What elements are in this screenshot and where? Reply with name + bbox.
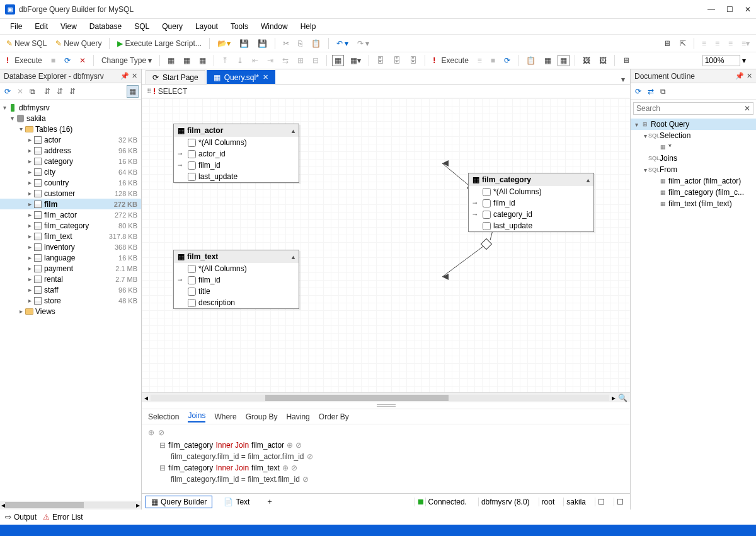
export-icon[interactable]: ⇱: [677, 38, 689, 49]
pin-icon[interactable]: 📌: [735, 72, 744, 80]
tree-item[interactable]: ▸inventory368 KB: [0, 242, 141, 252]
remove-icon[interactable]: ⊘: [302, 475, 309, 484]
execute-button-2[interactable]: ! Execute: [430, 55, 471, 66]
filter1-icon[interactable]: ⇵: [42, 86, 52, 97]
outline-search[interactable]: ✕: [633, 102, 753, 115]
tb2-image2-icon[interactable]: 🖼: [597, 55, 609, 66]
sync-outline-icon[interactable]: ⇄: [646, 86, 656, 97]
refresh-outline-icon[interactable]: ⟳: [633, 86, 643, 97]
status-box-1[interactable]: ☐: [595, 498, 607, 506]
splitter[interactable]: [142, 402, 630, 409]
tb2-icon-9[interactable]: ⊞: [295, 55, 306, 66]
align-dropdown-icon[interactable]: ≡▾: [739, 38, 752, 49]
menu-layout[interactable]: Layout: [190, 21, 223, 32]
entity-column[interactable]: *(All Columns): [174, 263, 299, 274]
collapse-icon[interactable]: ▴: [292, 253, 295, 260]
column-checkbox[interactable]: [483, 211, 491, 219]
column-checkbox[interactable]: [188, 299, 196, 307]
join-condition-2[interactable]: film_category.film_id = film_text.film_i…: [148, 474, 624, 485]
menu-file[interactable]: File: [5, 21, 27, 32]
monitor-icon[interactable]: 🖥: [661, 38, 673, 49]
menu-help[interactable]: Help: [295, 21, 321, 32]
open-dropdown-button[interactable]: 📂▾: [215, 38, 233, 49]
cancel-button[interactable]: ✕: [77, 55, 88, 66]
outline-item[interactable]: SQLJoins: [631, 153, 756, 164]
tab-menu-dropdown[interactable]: ▾: [621, 75, 625, 84]
tb2-db-2[interactable]: 🗄: [391, 55, 403, 66]
column-checkbox[interactable]: [483, 199, 491, 207]
tree-item[interactable]: ▸film_actor272 KB: [0, 209, 141, 220]
tb2-icon-5[interactable]: ⤓: [234, 55, 246, 66]
tree-item[interactable]: ▸store48 KB: [0, 295, 141, 306]
toggle-view-icon[interactable]: ▦: [127, 85, 139, 98]
menu-window[interactable]: Window: [256, 21, 293, 32]
entity-column[interactable]: ⊸actor_id: [174, 148, 299, 160]
pin-icon[interactable]: 📌: [120, 72, 129, 80]
clear-search-icon[interactable]: ✕: [742, 104, 753, 113]
tree-item[interactable]: ▸city64 KB: [0, 166, 141, 177]
new-window-icon[interactable]: ⧉: [28, 86, 37, 97]
change-type-dropdown[interactable]: Change Type ▾: [99, 55, 154, 66]
add-join-icon[interactable]: ⊕: [148, 428, 154, 437]
close-button[interactable]: ✕: [745, 5, 751, 14]
entity-column[interactable]: ⊸film_id: [469, 197, 593, 209]
filter3-icon[interactable]: ⇵: [67, 86, 77, 97]
column-checkbox[interactable]: [188, 161, 196, 170]
join-condition-1[interactable]: film_category.film_id = film_actor.film_…: [148, 451, 624, 462]
zoom-control[interactable]: ▾: [702, 55, 746, 66]
execute-large-script-button[interactable]: ▶Execute Large Script...: [115, 38, 203, 49]
refresh-tree-icon[interactable]: ⟳: [3, 86, 13, 97]
qtab-having[interactable]: Having: [286, 412, 309, 421]
save-button[interactable]: 💾: [237, 38, 251, 49]
tb2-refresh-2[interactable]: ⟳: [501, 55, 513, 66]
tb2-grid-icon[interactable]: ▦: [332, 55, 344, 66]
tree-item[interactable]: ▸staff96 KB: [0, 284, 141, 295]
save-all-button[interactable]: 💾: [255, 38, 270, 49]
zoom-icon[interactable]: 🔍: [618, 393, 627, 402]
tree-item[interactable]: ▸film_category80 KB: [0, 220, 141, 231]
collapse-icon[interactable]: ▴: [587, 177, 590, 184]
menu-sql[interactable]: SQL: [129, 21, 154, 32]
column-checkbox[interactable]: [188, 139, 196, 147]
align-left-icon[interactable]: ≡: [699, 38, 709, 49]
tree-item[interactable]: ▸actor32 KB: [0, 134, 141, 145]
entity-column[interactable]: title: [174, 286, 299, 297]
entity-film-text[interactable]: ▦film_text▴ *(All Columns)⊸film_idtitled…: [173, 250, 299, 309]
outline-item[interactable]: ▾⊞Root Query: [631, 119, 756, 130]
tree-item[interactable]: ▸payment2.1 MB: [0, 263, 141, 274]
column-checkbox[interactable]: [188, 288, 196, 296]
close-tab-icon[interactable]: ✕: [263, 73, 268, 81]
tb2-icon-10[interactable]: ⊟: [310, 55, 321, 66]
outline-item[interactable]: ▦*: [631, 141, 756, 153]
tree-item[interactable]: ▾Tables (16): [0, 124, 141, 134]
tree-item[interactable]: ▸rental2.7 MB: [0, 274, 141, 284]
entity-column[interactable]: last_update: [469, 220, 593, 231]
tb2-image-icon[interactable]: 🖼: [580, 55, 593, 66]
qtab-groupby[interactable]: Group By: [246, 412, 278, 421]
tb2-icon-3[interactable]: ▦: [197, 55, 209, 66]
remove-icon[interactable]: ⊘: [307, 452, 313, 461]
mode-query-builder[interactable]: ▦ Query Builder: [146, 496, 212, 508]
menu-database[interactable]: Database: [84, 21, 127, 32]
entity-column[interactable]: ⊸film_id: [174, 160, 299, 171]
tb2-grid2-icon[interactable]: ▦: [542, 55, 554, 66]
qtab-selection[interactable]: Selection: [148, 412, 179, 421]
footer-error-list[interactable]: ⚠ Error List: [43, 513, 83, 521]
tree-item[interactable]: ▸address96 KB: [0, 145, 141, 156]
remove-join-icon[interactable]: ⊘: [158, 428, 164, 437]
column-checkbox[interactable]: [188, 276, 196, 284]
tree-item[interactable]: ▸Views: [0, 306, 141, 317]
join-row-1[interactable]: ⊟ film_category Inner Join film_actor ⊕ …: [148, 440, 624, 451]
tb2-icon-11[interactable]: ≡: [475, 55, 484, 66]
remove-icon[interactable]: ⊘: [295, 441, 302, 450]
menu-query[interactable]: Query: [157, 21, 188, 32]
menu-edit[interactable]: Edit: [30, 21, 53, 32]
copy-button[interactable]: ⎘: [295, 38, 305, 49]
tb2-grid3-icon[interactable]: ▦: [558, 55, 570, 66]
entity-column[interactable]: last_update: [174, 171, 299, 182]
new-sql-button[interactable]: ✎New SQL: [4, 38, 49, 49]
footer-output[interactable]: ⇨ Output: [5, 513, 37, 521]
align-center-icon[interactable]: ≡: [713, 38, 722, 49]
tree-item[interactable]: ▸category16 KB: [0, 156, 141, 166]
outline-item[interactable]: ▾SQLSelection: [631, 130, 756, 141]
